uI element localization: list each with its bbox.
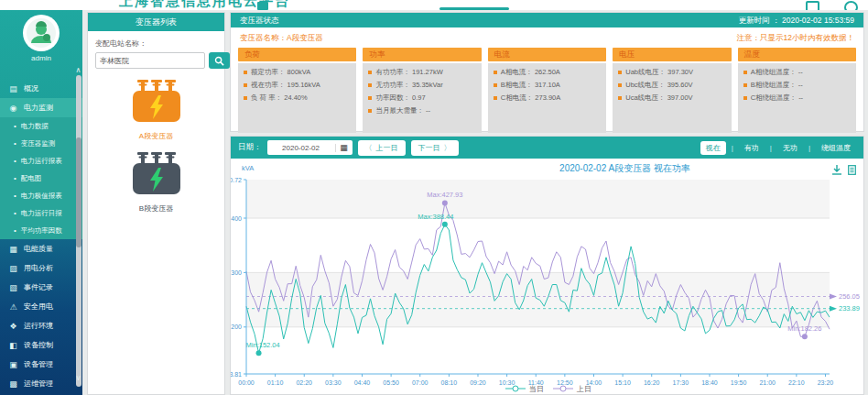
- mode-separator: |: [732, 144, 733, 152]
- x-tick-label: 07:00: [412, 379, 429, 386]
- bullet-icon: [743, 71, 747, 74]
- user-menu-icon[interactable]: [806, 1, 819, 10]
- x-tick-label: 01:10: [267, 379, 284, 386]
- sidebar-item-label: 电力监测: [24, 103, 53, 113]
- chart-body: 256.05233.89Max:427.93Min:182.26Max:388.…: [231, 159, 863, 394]
- card-row-text: 视在功率： 195.16kVA: [251, 81, 320, 90]
- max-label: Max:427.93: [427, 191, 462, 199]
- sidebar-subitem-distribution-diagram[interactable]: •配电图: [0, 170, 82, 187]
- card-row-text: A相电流： 262.50A: [501, 68, 560, 77]
- user-profile[interactable]: admin: [0, 9, 82, 75]
- card-row: 有功功率： 191.27kW: [368, 68, 475, 77]
- y-tick-label: 300: [231, 269, 242, 276]
- sidebar-item-label: 运维管理: [24, 379, 53, 389]
- x-tick-label: 00:00: [238, 379, 255, 386]
- monitor-icon: ▤: [8, 84, 18, 93]
- max-point: [442, 222, 448, 227]
- next-day-button[interactable]: 下一日 〉: [411, 140, 459, 156]
- avatar: [23, 15, 60, 51]
- logout-icon[interactable]: [844, 1, 858, 10]
- date-value[interactable]: 2020-02-02: [267, 144, 336, 152]
- card-row-text: B相电流： 317.10A: [501, 81, 560, 90]
- transformer-icon: [128, 152, 185, 198]
- card-row-text: Uab线电压： 397.30V: [625, 68, 693, 77]
- mode-2[interactable]: 无功: [777, 141, 803, 155]
- chart-toolbar: 日期： 2020-02-02 ▦ 〈 上一日 下一日 〉 视在|有功|无功|绕组…: [231, 137, 863, 159]
- bullet-icon: [244, 83, 247, 87]
- x-tick-label: 22:10: [788, 379, 805, 386]
- status-card: 负荷额定功率： 800kVA视在功率： 195.16kVA负 荷 率： 24.4…: [238, 48, 356, 133]
- sidebar-item-label: 用电分析: [24, 263, 53, 273]
- scroll-up-icon[interactable]: ∧: [74, 66, 82, 74]
- transformer-item-b[interactable]: B段变压器: [88, 152, 224, 214]
- bullet-icon: •: [14, 226, 16, 235]
- sidebar-item-label: 概况: [24, 83, 38, 93]
- grid-band: [246, 272, 830, 326]
- card-title: 功率: [363, 48, 481, 61]
- folder-icon: ▦: [8, 245, 18, 254]
- sidebar-subitem-power-extreme-report[interactable]: •电力极值报表: [0, 187, 82, 204]
- sidebar: admin ▤概况◉电力监测•电力数据•变压器监测•电力运行报表•配电图•电力极…: [0, 9, 82, 395]
- card-row-text: 无功功率： 35.35kVar: [375, 81, 442, 90]
- transformer-list-panel: 变压器列表 变配电站名称： A段变压器B段变压器: [87, 12, 225, 395]
- sidebar-item-overview[interactable]: ▤概况: [0, 79, 82, 98]
- bullet-icon: [244, 96, 247, 100]
- sidebar-item-event-log[interactable]: ▧事件记录: [0, 278, 82, 297]
- log-icon: ▧: [8, 283, 18, 292]
- max-label: Max:388.44: [418, 213, 453, 221]
- sidebar-scrollbar-thumb[interactable]: [76, 137, 81, 247]
- sidebar-item-ops-management[interactable]: ▩运维管理: [0, 374, 82, 393]
- legend-item-上日[interactable]: 上日: [553, 385, 591, 393]
- sidebar-subitem-transformer-monitoring[interactable]: •变压器监测: [0, 135, 82, 152]
- top-bar: 上海智慧信息用电云平台: [0, 0, 868, 10]
- sidebar-subitem-label: 电力数据: [21, 122, 49, 131]
- chart-title: 2020-02-02 A段变压器 视在功率: [231, 162, 863, 175]
- transformer-list: A段变压器B段变压器: [88, 80, 224, 214]
- card-row: 视在功率： 195.16kVA: [244, 81, 351, 90]
- data-view-icon[interactable]: [848, 162, 856, 179]
- transformer-item-a[interactable]: A段变压器: [88, 80, 224, 141]
- power-icon: ◉: [8, 104, 18, 113]
- engineer-avatar-icon: [26, 17, 57, 49]
- date-picker[interactable]: 2020-02-02 ▦: [267, 140, 353, 155]
- card-body: A相绕组温度： --B相绕组温度： --C相绕组温度： --: [738, 63, 856, 133]
- bullet-icon: [743, 96, 747, 100]
- mode-3[interactable]: 绕组温度: [816, 141, 856, 155]
- status-card: 功率有功功率： 191.27kW无功功率： 35.35kVar功率因数： 0.9…: [363, 48, 481, 133]
- mode-0[interactable]: 视在: [700, 141, 726, 155]
- x-tick-label: 08:10: [441, 379, 458, 386]
- search-button[interactable]: [209, 52, 230, 69]
- chevron-left-icon: 〈: [365, 143, 373, 153]
- sidebar-subitem-power-data[interactable]: •电力数据: [0, 117, 82, 135]
- sidebar-item-environment[interactable]: ❖运行环境: [0, 316, 82, 335]
- sidebar-item-power-monitoring[interactable]: ◉电力监测: [0, 98, 82, 117]
- prev-day-button[interactable]: 〈 上一日: [358, 140, 406, 156]
- station-search-input[interactable]: [95, 52, 205, 69]
- card-row: B相绕组温度： --: [743, 81, 851, 90]
- x-tick-label: 15:10: [614, 379, 631, 386]
- chart-panel: 日期： 2020-02-02 ▦ 〈 上一日 下一日 〉 视在|有功|无功|绕组…: [230, 136, 864, 395]
- calendar-icon[interactable]: ▦: [336, 143, 353, 152]
- min-point: [802, 334, 808, 339]
- transformer-icon: [128, 80, 185, 126]
- update-time: 更新时间 ： 2020-02-02 15:53:59: [739, 13, 854, 27]
- sidebar-item-safe-power[interactable]: ⚠安全用电: [0, 297, 82, 316]
- nav-menu-icon[interactable]: [257, 2, 268, 10]
- bullet-icon: •: [14, 139, 16, 148]
- sidebar-item-power-quality[interactable]: ▦电能质量: [0, 239, 82, 258]
- sidebar-subitem-power-run-report[interactable]: •电力运行报表: [0, 152, 82, 170]
- sidebar-subitem-avg-power-factor[interactable]: •平均功率因数: [0, 222, 82, 239]
- legend-item-当日[interactable]: 当日: [505, 385, 544, 393]
- scroll-down-icon[interactable]: ∨: [74, 374, 82, 382]
- sidebar-item-label: 事件记录: [24, 282, 53, 292]
- mode-1[interactable]: 有功: [739, 141, 765, 155]
- bullet-icon: [743, 83, 747, 87]
- sidebar-item-label: 安全用电: [24, 302, 53, 312]
- avg-arrow-icon: [830, 294, 837, 300]
- sidebar-item-device-control[interactable]: ◧设备控制: [0, 335, 82, 355]
- x-tick-label: 16:20: [644, 379, 660, 386]
- sidebar-subitem-power-daily-report[interactable]: •电力运行日报: [0, 204, 82, 222]
- sidebar-item-usage-analysis[interactable]: ▨用电分析: [0, 258, 82, 278]
- download-icon[interactable]: [832, 162, 841, 179]
- sidebar-item-device-management[interactable]: ▣设备管理: [0, 355, 82, 374]
